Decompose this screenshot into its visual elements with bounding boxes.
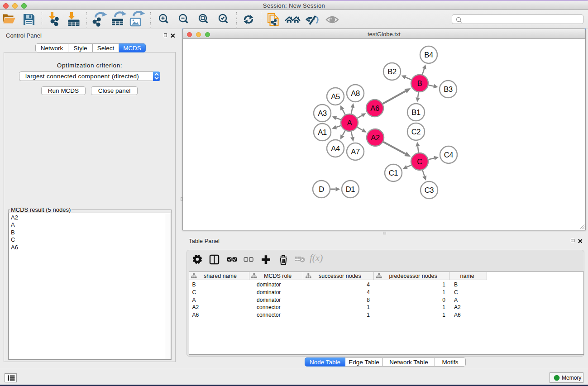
svg-text:B1: B1 — [411, 108, 421, 116]
svg-text:D1: D1 — [346, 185, 355, 193]
svg-text:B3: B3 — [444, 85, 453, 93]
svg-text:A6: A6 — [370, 104, 379, 112]
svg-text:C4: C4 — [444, 151, 454, 159]
svg-text:B: B — [417, 79, 422, 87]
svg-text:B2: B2 — [387, 67, 397, 76]
svg-text:B4: B4 — [424, 51, 433, 59]
svg-text:C1: C1 — [389, 169, 398, 177]
svg-text:C: C — [417, 157, 422, 166]
svg-text:A7: A7 — [351, 148, 360, 156]
svg-text:C3: C3 — [425, 186, 434, 194]
svg-text:A8: A8 — [351, 89, 360, 97]
svg-text:A5: A5 — [331, 92, 340, 100]
svg-text:A1: A1 — [318, 128, 327, 136]
svg-text:D: D — [319, 185, 324, 193]
svg-text:C2: C2 — [411, 128, 421, 136]
svg-text:A3: A3 — [318, 109, 327, 117]
svg-text:A: A — [347, 119, 352, 127]
svg-text:A4: A4 — [331, 144, 340, 152]
svg-text:A2: A2 — [371, 133, 380, 142]
